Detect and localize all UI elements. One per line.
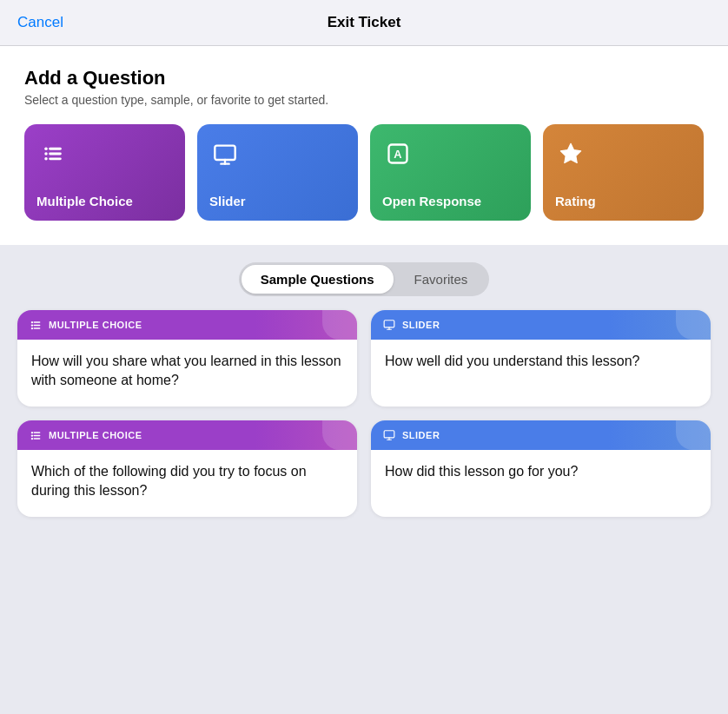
type-label-slider: Slider xyxy=(209,194,246,208)
tab-favorites[interactable]: Favorites xyxy=(395,265,487,294)
question-type-label-4: SLIDER xyxy=(402,430,440,440)
question-card-header-3: MULTIPLE CHOICE xyxy=(17,420,357,450)
type-card-slider[interactable]: Slider xyxy=(197,124,358,221)
question-card-header-1: MULTIPLE CHOICE xyxy=(17,310,357,340)
svg-rect-27 xyxy=(384,431,394,438)
type-label-multiple-choice: Multiple Choice xyxy=(36,194,133,208)
type-card-multiple-choice[interactable]: Multiple Choice xyxy=(24,124,185,221)
question-text-1: How will you share what you learned in t… xyxy=(31,352,343,391)
question-type-label-1: MULTIPLE CHOICE xyxy=(49,320,142,330)
list-icon xyxy=(36,138,68,169)
question-text-4: How did this lesson go for you? xyxy=(385,462,697,481)
sample-questions-grid: MULTIPLE CHOICE How will you share what … xyxy=(0,310,728,538)
monitor-header-icon xyxy=(383,319,395,331)
svg-rect-18 xyxy=(384,321,394,327)
list-header-icon xyxy=(30,319,42,331)
type-label-open-response: Open Response xyxy=(382,194,481,208)
star-icon xyxy=(555,138,586,169)
add-question-subtitle: Select a question type, sample, or favor… xyxy=(24,93,704,107)
type-card-rating[interactable]: Rating xyxy=(543,124,704,221)
tab-section: Sample Questions Favorites xyxy=(0,245,728,310)
main-content: Add a Question Select a question type, s… xyxy=(0,46,728,245)
question-card-1[interactable]: MULTIPLE CHOICE How will you share what … xyxy=(17,310,357,407)
question-types-row: Multiple Choice Slider A Open Response xyxy=(24,124,704,221)
tab-bar: Sample Questions Favorites xyxy=(239,262,490,296)
question-card-2[interactable]: SLIDER How well did you understand this … xyxy=(371,310,711,407)
question-text-2: How well did you understand this lesson? xyxy=(385,352,697,371)
question-card-3[interactable]: MULTIPLE CHOICE Which of the following d… xyxy=(17,420,357,517)
question-body-1: How will you share what you learned in t… xyxy=(17,340,357,407)
list-header-icon-2 xyxy=(30,429,42,441)
type-label-rating: Rating xyxy=(555,194,596,208)
question-body-4: How did this lesson go for you? xyxy=(371,450,711,497)
add-question-title: Add a Question xyxy=(24,67,704,89)
question-body-3: Which of the following did you try to fo… xyxy=(17,450,357,517)
question-type-label-2: SLIDER xyxy=(402,320,440,330)
svg-marker-11 xyxy=(560,143,580,162)
app-header: Cancel Exit Ticket xyxy=(0,0,728,46)
tab-sample-questions[interactable]: Sample Questions xyxy=(242,265,394,294)
question-text-3: Which of the following did you try to fo… xyxy=(31,462,343,501)
question-type-label-3: MULTIPLE CHOICE xyxy=(49,430,142,440)
page-title: Exit Ticket xyxy=(328,14,401,31)
text-a-icon: A xyxy=(382,138,414,169)
question-card-header-2: SLIDER xyxy=(371,310,711,340)
question-body-2: How well did you understand this lesson? xyxy=(371,340,711,387)
svg-text:A: A xyxy=(394,148,401,161)
question-card-header-4: SLIDER xyxy=(371,420,711,450)
cancel-button[interactable]: Cancel xyxy=(17,14,63,31)
svg-rect-6 xyxy=(215,146,235,160)
type-card-open-response[interactable]: A Open Response xyxy=(370,124,531,221)
monitor-header-icon-2 xyxy=(383,429,395,441)
question-card-4[interactable]: SLIDER How did this lesson go for you? xyxy=(371,420,711,517)
monitor-icon xyxy=(209,138,241,169)
